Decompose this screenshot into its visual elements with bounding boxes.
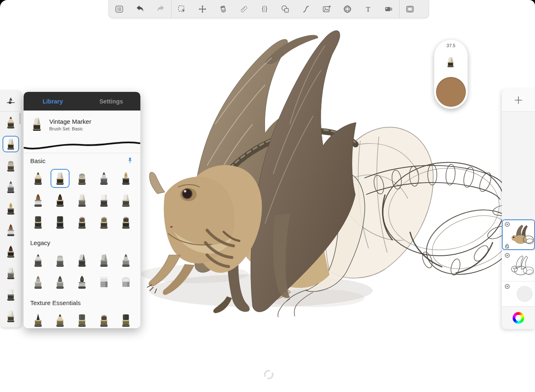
redo-icon xyxy=(157,5,165,13)
brush-bristle[interactable] xyxy=(72,213,92,232)
brush-eraser-dome-icon xyxy=(119,275,133,290)
brush-block-dark-icon xyxy=(31,215,45,230)
brush-airbrush-legacy[interactable] xyxy=(51,251,70,270)
puck-color-swatch[interactable] xyxy=(436,77,466,107)
brush-size-slider-button[interactable] xyxy=(0,90,21,112)
brush-eraser[interactable] xyxy=(94,273,113,292)
strip-brush-nib[interactable] xyxy=(0,198,21,219)
brush-fan[interactable] xyxy=(94,311,113,328)
guides-icon xyxy=(240,5,248,13)
brush-block-dark[interactable] xyxy=(29,213,48,232)
brush-airbrush[interactable] xyxy=(72,169,92,188)
brush-pen-icon xyxy=(97,171,111,186)
brush-tex-cyl[interactable] xyxy=(72,311,92,328)
brush-pencil-legacy[interactable] xyxy=(29,251,48,270)
toolbar-perspective-button[interactable] xyxy=(337,0,358,18)
fill-icon xyxy=(219,5,227,13)
brush-round[interactable] xyxy=(29,191,48,210)
layers-scroll-area[interactable] xyxy=(502,112,535,219)
section-header: Legacy xyxy=(24,235,140,250)
add-layer-icon xyxy=(514,96,523,105)
svg-text:T: T xyxy=(366,5,371,13)
brush-round-icon xyxy=(4,223,17,237)
toolbar-transform-button[interactable] xyxy=(192,0,213,18)
brush-flat[interactable] xyxy=(94,191,113,210)
brush-spike[interactable] xyxy=(29,311,48,328)
brush-marker-icon xyxy=(29,116,44,132)
toolbar-import-image-button[interactable] xyxy=(316,0,337,18)
toolbar-canvas-button[interactable] xyxy=(400,0,420,18)
brush-bristle-olive[interactable] xyxy=(94,213,113,232)
current-brush-info: Vintage Marker Brush Set: Basic xyxy=(24,111,140,134)
toolbar-guides-button[interactable] xyxy=(234,0,254,18)
pin-section-button[interactable] xyxy=(126,157,134,164)
layer-1[interactable] xyxy=(502,219,535,250)
brush-bristle-dark-icon xyxy=(119,215,133,230)
toolbar-stroke-button[interactable] xyxy=(296,0,316,18)
top-toolbar: T xyxy=(108,0,429,18)
brush-spike-icon xyxy=(31,313,45,328)
brush-ink-icon xyxy=(53,193,67,208)
tab-library[interactable]: Library xyxy=(24,92,82,111)
brush-block-dark2[interactable] xyxy=(51,213,70,232)
strip-brush-flat-angled[interactable] xyxy=(0,305,21,327)
brush-chisel-icon xyxy=(4,266,17,280)
strip-brush-ink[interactable] xyxy=(0,241,21,262)
toolbar-undo-button[interactable] xyxy=(130,0,150,18)
strip-brush-pencil[interactable] xyxy=(0,112,21,133)
brush-ink[interactable] xyxy=(51,191,70,210)
brush-chisel-legacy[interactable] xyxy=(94,251,113,270)
add-layer-button[interactable] xyxy=(502,89,535,112)
background-layer[interactable] xyxy=(502,281,535,306)
brush-marker-icon xyxy=(5,137,17,151)
layer-visibility-toggle[interactable] xyxy=(504,283,511,290)
brush-tex-pencil[interactable] xyxy=(51,311,70,328)
color-wheel-button[interactable] xyxy=(513,312,524,324)
toolbar-menu-button[interactable] xyxy=(109,0,130,18)
section-title: Texture Essentials xyxy=(30,299,81,306)
brush-chisel[interactable] xyxy=(72,191,92,210)
brush-section-basic: Basic xyxy=(24,153,140,235)
brush-size-slider-icon xyxy=(6,96,15,106)
strip-brush-marker[interactable] xyxy=(0,133,21,155)
toolbar-fill-button[interactable] xyxy=(213,0,234,18)
canvas-rotate-indicator[interactable] xyxy=(263,369,274,380)
brush-nib[interactable] xyxy=(116,169,135,188)
menu-icon xyxy=(115,5,123,13)
brush-pen-legacy[interactable] xyxy=(116,251,135,270)
brush-pencil[interactable] xyxy=(29,169,48,188)
brush-fan-icon xyxy=(97,313,111,328)
app-screen: T LibrarySettings Vintage Marker Brush S… xyxy=(0,0,535,392)
shapes-icon xyxy=(281,5,289,13)
layer-2[interactable] xyxy=(502,250,535,281)
toolbar-redo-button[interactable] xyxy=(150,0,171,18)
toolbar-selection-button[interactable] xyxy=(171,0,192,18)
brush-eraser-dome[interactable] xyxy=(116,273,135,292)
brush-quill[interactable] xyxy=(72,273,92,292)
strip-brush-airbrush[interactable] xyxy=(0,155,21,176)
strip-brush-chisel[interactable] xyxy=(0,262,21,284)
brush-tex-cyl-icon xyxy=(75,313,89,328)
brush-flat-angled[interactable] xyxy=(116,191,135,210)
brush-small-pen[interactable] xyxy=(51,273,70,292)
toolbar-symmetry-button[interactable] xyxy=(254,0,275,18)
text-icon: T xyxy=(364,5,372,13)
toolbar-shapes-button[interactable] xyxy=(275,0,296,18)
brush-marker-legacy[interactable] xyxy=(72,251,92,270)
strip-brush-flat[interactable] xyxy=(0,284,21,305)
stroke-icon xyxy=(302,5,310,13)
toolbar-time-lapse-button[interactable] xyxy=(378,0,399,18)
strip-brush-round[interactable] xyxy=(0,219,21,241)
background-color-thumbnail xyxy=(517,286,533,302)
brush-bristle-dark[interactable] xyxy=(116,213,135,232)
tab-settings[interactable]: Settings xyxy=(82,92,140,111)
brush-taper[interactable] xyxy=(29,273,48,292)
brush-marker[interactable] xyxy=(51,169,70,188)
brush-tex-small[interactable] xyxy=(116,311,135,328)
brush-taper-icon xyxy=(31,275,45,290)
toolbar-text-button[interactable]: T xyxy=(358,0,378,18)
brush-puck[interactable]: 37.5 xyxy=(434,39,468,109)
strip-brush-pen[interactable] xyxy=(0,176,21,198)
brush-pen[interactable] xyxy=(94,169,113,188)
brush-stroke-preview xyxy=(24,134,140,153)
